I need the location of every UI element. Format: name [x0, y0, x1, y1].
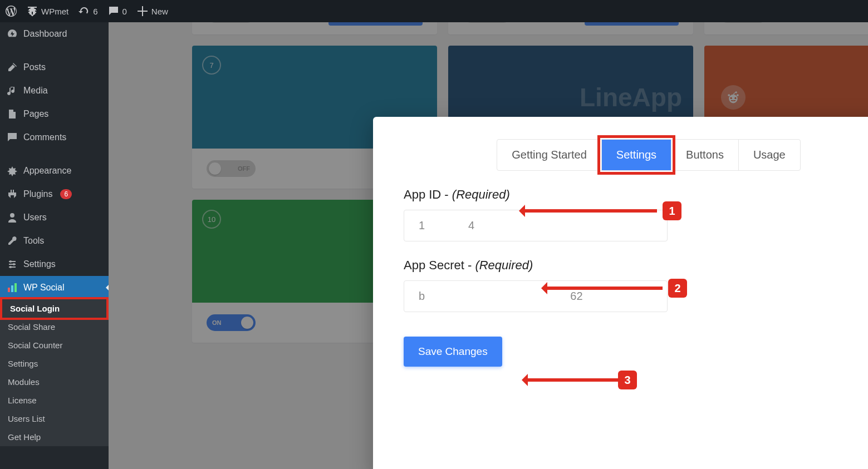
plugins-badge: 6 — [60, 189, 72, 199]
menu-settings[interactable]: Settings — [0, 253, 109, 276]
menu-label: Settings — [23, 259, 56, 269]
tab-settings[interactable]: Settings — [602, 140, 671, 170]
submenu-users-list[interactable]: Users List — [0, 409, 109, 428]
new-text: New — [151, 7, 168, 16]
menu-tools[interactable]: Tools — [0, 229, 109, 253]
content-area: OFF GETTING STARTED OFF GETTING STARTED … — [109, 22, 868, 469]
app-id-label: App ID - (Required) — [404, 187, 868, 202]
menu-label: Tools — [23, 236, 44, 246]
site-name[interactable]: WPmet — [27, 6, 68, 17]
menu-media[interactable]: Media — [0, 79, 109, 102]
menu-dashboard[interactable]: Dashboard — [0, 22, 109, 46]
site-name-text: WPmet — [41, 7, 68, 16]
admin-sidebar: Dashboard Posts Media Pages Comments App… — [0, 22, 109, 469]
marker-2: 2 — [668, 279, 687, 298]
new-link[interactable]: New — [137, 6, 168, 17]
menu-wp-social[interactable]: WP Social — [0, 276, 109, 299]
app-id-required: (Required) — [452, 187, 510, 201]
svg-rect-5 — [14, 283, 17, 292]
menu-label: Comments — [23, 132, 66, 142]
menu-label: Dashboard — [23, 29, 67, 39]
modal-tabs: Getting Started Settings Buttons Usage — [497, 139, 800, 171]
tab-usage[interactable]: Usage — [739, 140, 800, 170]
menu-label: Plugins — [23, 189, 52, 199]
save-changes-button[interactable]: Save Changes — [404, 337, 502, 367]
arrow-2 — [543, 287, 663, 290]
svg-point-1 — [13, 263, 15, 265]
submenu-social-counter[interactable]: Social Counter — [0, 336, 109, 354]
wp-social-submenu: Social Login Social Share Social Counter… — [0, 297, 109, 446]
menu-label: Appearance — [23, 166, 71, 176]
tab-buttons[interactable]: Buttons — [671, 140, 739, 170]
wp-logo[interactable] — [6, 6, 17, 17]
app-secret-label-text: App Secret - — [404, 258, 475, 272]
submenu-social-login[interactable]: Social Login — [0, 297, 109, 320]
app-id-input[interactable] — [404, 210, 668, 241]
menu-plugins[interactable]: Plugins6 — [0, 182, 109, 206]
menu-label: Posts — [23, 62, 46, 72]
updates[interactable]: 6 — [79, 6, 97, 17]
submenu-license[interactable]: License — [0, 391, 109, 409]
menu-comments[interactable]: Comments — [0, 126, 109, 149]
menu-posts[interactable]: Posts — [0, 56, 109, 79]
app-secret-label: App Secret - (Required) — [404, 258, 868, 273]
marker-1: 1 — [663, 201, 681, 220]
app-secret-required: (Required) — [475, 258, 533, 272]
submenu-get-help[interactable]: Get Help — [0, 428, 109, 446]
tab-getting-started[interactable]: Getting Started — [497, 140, 602, 170]
menu-label: WP Social — [23, 283, 65, 293]
menu-appearance[interactable]: Appearance — [0, 159, 109, 182]
submenu-modules[interactable]: Modules — [0, 373, 109, 391]
svg-point-0 — [9, 260, 12, 263]
menu-pages[interactable]: Pages — [0, 102, 109, 126]
app-id-label-text: App ID - — [404, 187, 452, 201]
menu-users[interactable]: Users — [0, 206, 109, 229]
updates-count: 6 — [93, 7, 97, 16]
comments-link[interactable]: 0 — [108, 6, 127, 17]
menu-label: Users — [23, 213, 47, 223]
submenu-social-share[interactable]: Social Share — [0, 318, 109, 336]
submenu-settings[interactable]: Settings — [0, 354, 109, 373]
comments-count: 0 — [122, 7, 127, 16]
arrow-1 — [521, 209, 657, 213]
svg-rect-4 — [11, 285, 13, 292]
admin-bar: WPmet 6 0 New — [0, 0, 868, 22]
arrow-3 — [523, 378, 618, 382]
svg-point-2 — [9, 266, 12, 268]
menu-label: Pages — [23, 109, 48, 119]
settings-modal: ✕ Getting Started Settings Buttons Usage… — [373, 117, 868, 469]
menu-label: Media — [23, 86, 48, 96]
marker-3: 3 — [618, 371, 637, 389]
svg-rect-3 — [8, 288, 10, 292]
